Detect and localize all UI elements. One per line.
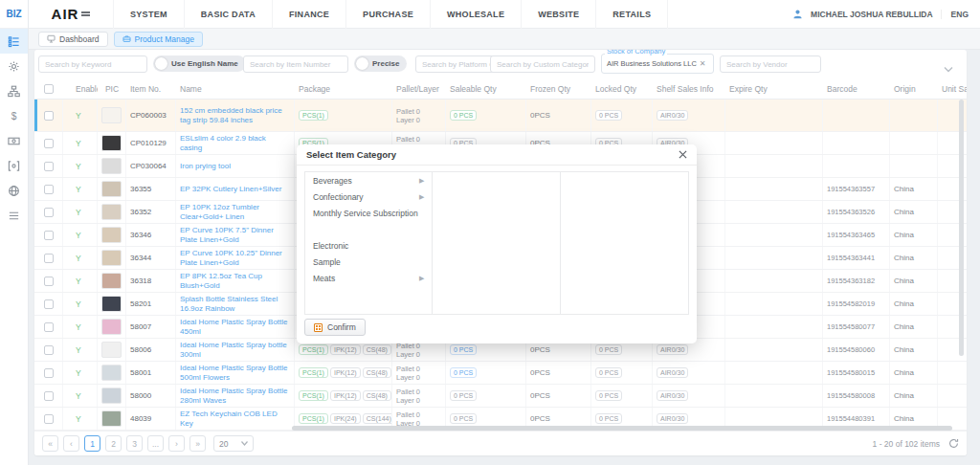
table-row[interactable]: YCP060003152 cm embedded black price tag… (34, 100, 967, 132)
product-name-link[interactable]: Ideal Home Plastic Spray Bottle 500ml Fl… (180, 364, 290, 382)
row-checkbox[interactable] (44, 391, 54, 401)
item-number-search-input[interactable] (243, 55, 348, 73)
row-checkbox[interactable] (44, 345, 54, 355)
product-name-link[interactable]: Ideal Home Plastic Spray Bottle 280ml Wa… (180, 387, 290, 405)
product-name-link[interactable]: EP Curve 10PK 10.25" Dinner Plate Linen+… (180, 249, 290, 267)
category-item-meats[interactable]: Meats▶ (305, 270, 432, 286)
banknote-icon[interactable] (0, 128, 28, 153)
cash-brackets-icon[interactable] (0, 153, 28, 178)
col-header-ori: Origin (890, 78, 938, 99)
chevron-down-icon[interactable] (944, 59, 953, 77)
name-cell: EZ Tech Keychain COB LED Key (176, 408, 295, 430)
product-name-link[interactable]: ESLslim 4 color 2.9 black casing (180, 134, 290, 152)
pallet-layer-cell: Pallet 0Layer 0 (392, 362, 446, 384)
row-checkbox[interactable] (44, 414, 54, 424)
name-cell: EP Curve 10PK 7.5" Dinner Plate Linen+Go… (176, 224, 295, 246)
category-panel-2 (433, 172, 560, 314)
row-checkbox[interactable] (44, 162, 54, 171)
nav-item-retails[interactable]: RETAILS (595, 0, 668, 29)
table-row[interactable]: Y58000Ideal Home Plastic Spray Bottle 28… (34, 385, 967, 408)
row-checkbox[interactable] (44, 299, 54, 309)
product-name-link[interactable]: EP 32PK Cutlery Linen+Silver (180, 185, 281, 194)
category-item-confectionary[interactable]: Confectionary▶ (305, 188, 432, 205)
dollar-icon[interactable]: $ (0, 103, 28, 128)
close-icon[interactable] (679, 150, 687, 159)
product-name-link[interactable]: Iron prying tool (180, 162, 231, 171)
select-all-checkbox[interactable] (44, 84, 54, 94)
custom-category-search-input[interactable] (490, 55, 595, 73)
nav-item-wholesale[interactable]: WHOLESALE (430, 0, 521, 29)
refresh-icon[interactable] (948, 438, 959, 449)
prev-page-button[interactable]: ‹ (63, 435, 79, 452)
row-checkbox[interactable] (44, 231, 54, 240)
language-selector[interactable]: ENG (941, 10, 969, 19)
product-name-link[interactable]: EP 10PK 12oz Tumbler Clear+Gold+ Linen (180, 203, 290, 221)
row-checkbox[interactable] (44, 185, 54, 194)
use-english-name-toggle[interactable]: Use English Name (153, 55, 246, 72)
category-item-beverages[interactable]: Beverages▶ (305, 172, 432, 188)
enabled-cell: Y (63, 316, 98, 338)
stock-of-company-select[interactable]: AIR Business Solutions LLC ✕ (601, 54, 714, 74)
qty-badge: 0 PCS (595, 110, 622, 121)
user-name[interactable]: MICHAEL JOSHUA REBULLIDA (811, 10, 933, 19)
precise-toggle[interactable]: Precise (354, 55, 407, 72)
product-name-link[interactable]: Ideal Home Plastic Spray Bottle 450ml (180, 318, 290, 336)
row-checkbox[interactable] (44, 322, 54, 332)
page-button-3[interactable]: 3 (126, 435, 143, 452)
vendor-search-input[interactable] (720, 55, 821, 73)
product-name-link[interactable]: Splash Bottle Stainless Steel 16.9oz Rai… (180, 295, 290, 313)
row-checkbox[interactable] (44, 277, 54, 286)
category-columns: Beverages▶Confectionary▶Monthly Service … (304, 171, 689, 315)
row-checkbox[interactable] (44, 111, 54, 121)
tab-dashboard[interactable]: Dashboard (38, 32, 108, 47)
enabled-cell: Y (63, 362, 98, 384)
globe-icon[interactable] (0, 178, 28, 203)
filter-bar: Use English Name Precise AIR Business So… (34, 50, 967, 75)
last-page-button[interactable]: » (189, 435, 206, 452)
product-name-link[interactable]: Ideal Home Plastic Spray bottle 300ml (180, 341, 290, 359)
confirm-button[interactable]: Confirm (304, 319, 366, 336)
frozen-qty-cell: 0PCS (526, 385, 591, 407)
product-list-icon[interactable] (0, 29, 28, 54)
qty-badge: PCS(1) (299, 390, 328, 401)
row-checkbox[interactable] (44, 208, 54, 217)
product-name-link[interactable]: 152 cm embedded black price tag strip 59… (180, 106, 290, 124)
product-name-link[interactable]: EP Curve 10PK 7.5" Dinner Plate Linen+Go… (180, 226, 290, 244)
tab-product-manage[interactable]: Product Manage (114, 32, 203, 47)
page-button-1[interactable]: 1 (84, 435, 100, 452)
tab-product-manage-label: Product Manage (135, 34, 194, 44)
category-item-monthly-service-subscription[interactable]: Monthly Service Subscription (305, 205, 432, 221)
nav-item-website[interactable]: WEBSITE (521, 0, 595, 29)
page-button-2[interactable]: 2 (105, 435, 122, 452)
gear-icon[interactable] (0, 54, 28, 78)
shelf-sales-info-cell: AIR0/30 (653, 362, 725, 384)
menu-icon[interactable] (0, 203, 28, 228)
nav-item-purchase[interactable]: PURCHASE (345, 0, 430, 29)
more-pages-button[interactable]: ... (147, 435, 164, 452)
enabled-cell: Y (63, 270, 98, 292)
nav-item-basic-data[interactable]: BASIC DATA (184, 0, 272, 29)
nav-item-finance[interactable]: FINANCE (272, 0, 345, 29)
product-thumbnail (101, 107, 122, 123)
next-page-button[interactable]: › (168, 435, 185, 452)
table-row[interactable]: Y58001Ideal Home Plastic Spray Bottle 50… (34, 362, 967, 385)
first-page-button[interactable]: « (42, 435, 58, 452)
product-name-link[interactable]: EZ Tech Keychain COB LED Key (180, 410, 290, 428)
barcode-cell: 191554363557 (823, 178, 890, 200)
shelf-sales-info-cell: AIR0/30 (653, 100, 725, 131)
product-name-link[interactable]: EP 8PK 12.5oz Tea Cup Blush+Gold (180, 272, 290, 290)
category-item-sample[interactable]: Sample (305, 254, 432, 270)
vertical-scrollbar[interactable] (959, 100, 964, 356)
nav-item-system[interactable]: SYSTEM (113, 0, 184, 29)
row-checkbox[interactable] (44, 139, 54, 148)
orgchart-icon[interactable] (0, 78, 28, 103)
keyword-search-input[interactable] (38, 55, 147, 73)
category-item-electronic[interactable]: Electronic (305, 237, 432, 254)
name-cell: Ideal Home Plastic Spray bottle 300ml (176, 339, 295, 361)
row-checkbox[interactable] (44, 368, 54, 378)
chip-remove-icon[interactable]: ✕ (700, 59, 706, 68)
page-size-select[interactable]: 20 (213, 435, 254, 452)
horizontal-scrollbar[interactable] (292, 426, 952, 431)
origin-cell: China (890, 339, 938, 361)
row-checkbox[interactable] (44, 254, 54, 263)
